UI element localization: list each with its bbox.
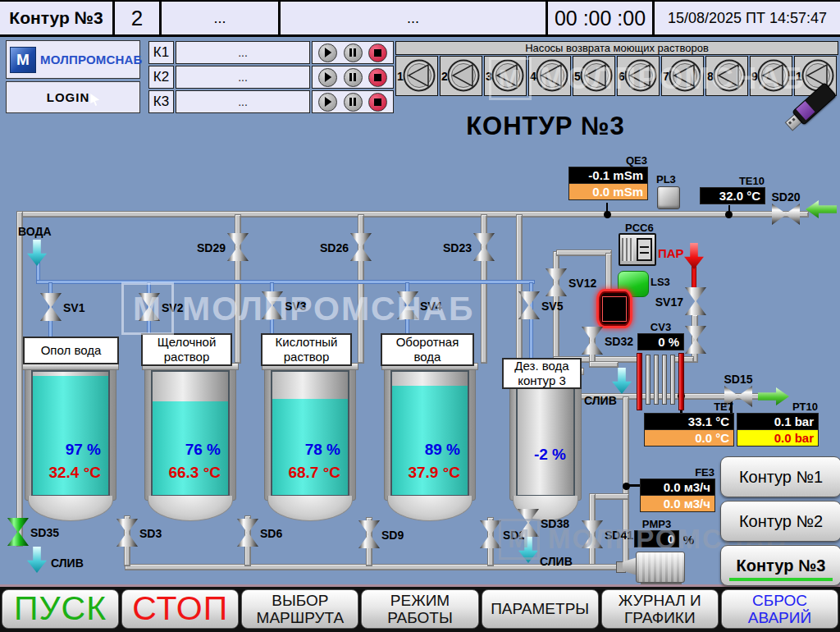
valve-label-SV5: SV5 (541, 300, 563, 313)
valve-label-SV2: SV2 (162, 301, 183, 314)
valve-label-SD20: SD20 (771, 190, 800, 204)
command-button-6[interactable]: ЖУРНАЛ И ГРАФИКИ (601, 589, 719, 629)
command-button-4[interactable]: РЕЖИМ РАБОТЫ (361, 589, 478, 629)
valve-SD23[interactable]: SD23 (473, 233, 495, 261)
pump-cells: 12345678910 (395, 56, 838, 96)
valve-label-SD32: SD32 (605, 335, 633, 348)
pause-button-k3[interactable] (344, 93, 363, 112)
tank-2: 76 %66.3 °C (144, 366, 236, 501)
valve-SD26[interactable]: SD26 (350, 233, 372, 261)
k-row-value-2[interactable]: ... (176, 66, 310, 89)
sensor-TE7[interactable]: TE733.1 °C0.0 °C (644, 413, 734, 447)
valve-CV3V[interactable] (685, 326, 706, 354)
return-pump-8[interactable]: 8 (705, 56, 748, 96)
stop-button-k3[interactable] (368, 93, 387, 112)
command-button-1[interactable]: ПУСК (2, 589, 119, 629)
tank-liquid-area: 89 %37.9 °C (390, 370, 469, 497)
sensor-PT10[interactable]: PT100.1 bar0.0 bar (737, 413, 819, 447)
tank-bottom (148, 496, 233, 521)
k-row-controls-1 (312, 41, 394, 64)
command-button-7[interactable]: СБРОС АВАРИЙ (721, 589, 838, 629)
circuit-tab-2[interactable]: Контур №2 (720, 501, 840, 542)
sensor-value: 0 (634, 530, 679, 547)
k-row-controls-3 (312, 90, 394, 113)
circuit-tab-3[interactable]: Контур №3 (720, 545, 840, 586)
valve-SD6[interactable]: SD6 (237, 519, 258, 547)
stop-button-k1[interactable] (368, 44, 387, 62)
pause-button-k2[interactable] (344, 68, 363, 87)
valve-label-SD15: SD15 (724, 373, 752, 386)
sensor-QE3[interactable]: QE3-0.1 mSm0.0 mSm (568, 167, 648, 200)
valve-label-SD29: SD29 (197, 241, 226, 254)
return-pump-3[interactable]: 3 (484, 56, 527, 96)
valve-SV1[interactable]: SV1 (40, 293, 62, 321)
command-button-2[interactable]: СТОП (121, 589, 239, 629)
valve-SV17[interactable]: SV17 (685, 287, 706, 315)
valve-SD20[interactable]: SD20 (772, 204, 800, 225)
sensor-connector-line (606, 203, 608, 213)
valve-SD35[interactable]: SD35 (7, 518, 29, 546)
tank-liquid-area: -2 % (516, 375, 575, 497)
status-field-2: ... (281, 2, 548, 34)
flow-label-drain-tank5: СЛИВ (540, 555, 573, 568)
command-button-5[interactable]: ПАРАМЕТРЫ (482, 589, 599, 629)
command-bar: ПУСКСТОПВЫБОР МАРШРУТАРЕЖИМ РАБОТЫПАРАМЕ… (0, 584, 840, 632)
valve-SD12[interactable]: SD12 (480, 520, 501, 548)
pl3-indicator (657, 186, 680, 209)
valve-SV2[interactable]: SV2 (139, 293, 160, 321)
sensor-value: 0 % (637, 333, 684, 350)
tank-label: Кислотный раствор (261, 333, 352, 366)
sensor-FE3[interactable]: FE30.0 м3/ч0.0 м3/ч (640, 479, 715, 512)
tank-percent: -2 % (534, 446, 566, 464)
return-pump-6[interactable]: 6 (617, 56, 660, 96)
valve-label-SV4: SV4 (420, 300, 441, 313)
valve-SD38[interactable]: SD38 (518, 509, 539, 537)
tank-bottom (267, 496, 353, 521)
command-button-3[interactable]: ВЫБОР МАРШРУТА (241, 589, 358, 629)
sensor-TE10[interactable]: TE1032.0 °C (700, 187, 765, 204)
flow-label-drain-left: СЛИВ (51, 556, 84, 570)
valve-label-SV12: SV12 (568, 277, 596, 290)
login-button[interactable]: LOGIN (6, 81, 140, 113)
flow-arrow-out-sd20 (806, 200, 837, 218)
return-pump-4[interactable]: 4 (528, 56, 571, 96)
logo-panel: М МОЛПРОМСНАБ (6, 40, 140, 79)
return-pump-5[interactable]: 5 (573, 56, 615, 96)
return-pump-1[interactable]: 1 (395, 56, 438, 96)
sensor-label-TE10: TE10 (739, 175, 765, 187)
valve-SD41[interactable]: SD41 (582, 520, 603, 548)
play-button-k2[interactable] (318, 68, 337, 87)
valve-label-SD26: SD26 (320, 241, 349, 254)
valve-SD29[interactable]: SD29 (227, 233, 249, 261)
play-button-k1[interactable] (318, 44, 337, 62)
sensor-label-PMP3: PMP3 (642, 518, 671, 530)
sensor-value: 0.0 bar (737, 429, 819, 447)
stop-button-k2[interactable] (368, 68, 387, 87)
pipe (589, 361, 619, 368)
valve-SD9[interactable]: SD9 (358, 520, 380, 548)
device-label-PCC6: PCC6 (625, 222, 654, 234)
sensor-value: 0.1 bar (737, 413, 819, 430)
valve-SV5[interactable]: SV5 (518, 291, 540, 319)
pmp3-pump-icon[interactable] (616, 550, 688, 588)
valve-SV12[interactable]: SV12 (546, 268, 567, 296)
k-row-value-1[interactable]: ... (176, 41, 310, 64)
circuit-tab-1[interactable]: Контур №1 (720, 456, 840, 497)
sensor-CV3[interactable]: CV30 % (637, 333, 684, 350)
sensor-label-QE3: QE3 (626, 154, 647, 167)
valve-SD3[interactable]: SD3 (116, 519, 138, 547)
return-pump-7[interactable]: 7 (661, 56, 704, 96)
valve-SD32[interactable]: SD32 (582, 327, 603, 355)
pause-button-k1[interactable] (344, 44, 363, 62)
sensor-label-PT10: PT10 (792, 401, 818, 413)
datetime-display: 15/08/2025 ПТ 14:57:47 (655, 2, 840, 34)
valve-SV3[interactable]: SV3 (262, 291, 283, 319)
pumps-panel-title: Насосы возврата моющих растворов (395, 41, 838, 55)
valve-label-SV3: SV3 (285, 300, 306, 313)
heat-exchanger (636, 353, 685, 410)
valve-SV4[interactable]: SV4 (397, 291, 418, 319)
return-pump-2[interactable]: 2 (440, 56, 482, 96)
k-row-value-3[interactable]: ... (176, 90, 310, 113)
play-button-k3[interactable] (318, 93, 337, 112)
sensor-PMP3[interactable]: PMP30% (634, 530, 679, 547)
